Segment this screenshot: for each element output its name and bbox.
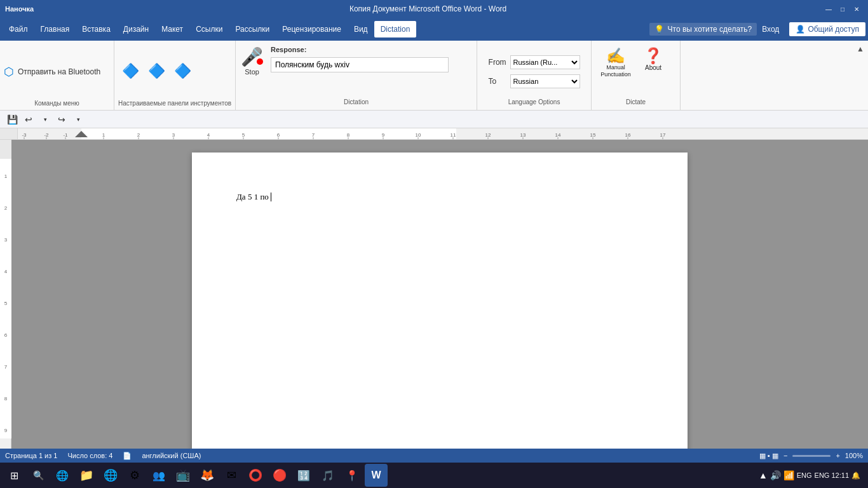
svg-text:9: 9 — [382, 132, 385, 138]
ruler-vertical-svg: 1 2 3 4 5 6 7 8 9 — [0, 140, 11, 449]
settings-button[interactable]: ⚙ — [123, 464, 146, 487]
cortana-button[interactable]: 🌐 — [51, 464, 74, 487]
language-info: английский (США) — [142, 452, 201, 459]
svg-text:6: 6 — [4, 332, 8, 338]
ribbon-group-dictation: 🎤 Stop Response: Dictation — [236, 41, 477, 110]
svg-text:-3: -3 — [22, 132, 27, 138]
document-area[interactable]: Да 5 1 по — [11, 140, 868, 449]
about-button[interactable]: ❓ About — [637, 46, 669, 73]
search-placeholder: Что вы хотите сделать? — [668, 25, 752, 34]
menu-references[interactable]: Ссылки — [189, 21, 229, 37]
edge-button[interactable]: 🌐 — [99, 464, 122, 487]
qa-dropdown[interactable]: ▾ — [71, 112, 85, 126]
system-tray: ▲ 🔊 📶 ENG ENG 12:11 🔔 — [754, 470, 865, 480]
menu-mailings[interactable]: Рассылки — [229, 21, 276, 37]
svg-text:7: 7 — [4, 364, 8, 370]
svg-text:14: 14 — [555, 132, 561, 138]
undo-button[interactable]: ↩ — [22, 112, 36, 126]
start-button[interactable]: ⊞ — [3, 464, 25, 487]
manual-punctuation-label: ManualPunctuation — [600, 64, 631, 78]
svg-text:3: 3 — [4, 237, 8, 243]
document-text: Да 5 1 по — [236, 192, 271, 201]
document-content[interactable]: Да 5 1 по — [236, 191, 643, 203]
manual-punctuation-button[interactable]: ✍️ ManualPunctuation — [597, 46, 635, 80]
toolbar-btn-2[interactable]: 🔷 — [144, 62, 169, 81]
word-count: Число слов: 4 — [67, 452, 112, 459]
share-icon: 👤 — [796, 25, 805, 34]
svg-text:5: 5 — [242, 132, 245, 138]
svg-text:6: 6 — [277, 132, 280, 138]
response-input[interactable] — [271, 57, 449, 72]
share-button[interactable]: 👤 Общий доступ — [789, 22, 865, 36]
svg-text:2: 2 — [137, 132, 140, 138]
calc-button[interactable]: 🔢 — [292, 464, 315, 487]
toolbar-btn-1[interactable]: 🔷 — [118, 62, 143, 81]
save-button[interactable]: 💾 — [5, 112, 19, 126]
ruler-vertical: 1 2 3 4 5 6 7 8 9 — [0, 140, 11, 449]
ribbon-collapse-button[interactable]: ▲ — [857, 44, 864, 53]
yandex-button[interactable]: 🔴 — [268, 464, 291, 487]
window-title: Копия Документ Microsoft Office Word - W… — [34, 4, 822, 13]
quick-access-toolbar: 💾 ↩ ▾ ↪ ▾ — [0, 111, 868, 128]
tray-notification[interactable]: 🔔 — [851, 471, 860, 480]
close-button[interactable]: ✕ — [850, 3, 863, 15]
bluetooth-label[interactable]: Отправить на Bluetooth — [18, 67, 100, 76]
stop-label[interactable]: Stop — [245, 68, 259, 76]
ribbon-group-top-commands: ⬡ Отправить на Bluetooth — [4, 42, 110, 98]
word-button[interactable]: W — [365, 464, 388, 487]
zoom-plus[interactable]: + — [836, 452, 839, 459]
stop-indicator — [257, 58, 263, 65]
mail-button[interactable]: ✉ — [220, 464, 243, 487]
tv-button[interactable]: 📺 — [172, 464, 194, 487]
sign-in-button[interactable]: Вход — [757, 22, 784, 36]
ribbon-dictation-top: 🎤 Stop Response: — [241, 43, 471, 97]
svg-text:9: 9 — [4, 428, 8, 433]
tray-time: ENG 12:11 — [815, 471, 849, 479]
svg-text:7: 7 — [312, 132, 315, 138]
svg-text:10: 10 — [416, 132, 421, 138]
ribbon: ⬡ Отправить на Bluetooth Команды меню 🔷 … — [0, 41, 868, 111]
undo-dropdown[interactable]: ▾ — [38, 112, 52, 126]
redo-button[interactable]: ↪ — [55, 112, 69, 126]
svg-text:2: 2 — [4, 205, 8, 211]
toolbar-btn-3[interactable]: 🔷 — [170, 62, 195, 81]
search-box[interactable]: 💡 Что вы хотите сделать? — [649, 23, 757, 36]
firefox-button[interactable]: 🦊 — [196, 464, 219, 487]
to-select[interactable]: Russian English — [510, 74, 580, 88]
document-page[interactable]: Да 5 1 по — [192, 152, 688, 449]
bluetooth-icon: ⬡ — [4, 65, 14, 79]
to-label: To — [489, 77, 506, 86]
menu-home[interactable]: Главная — [34, 21, 76, 37]
media-button[interactable]: 🎵 — [316, 464, 339, 487]
taskbar: ⊞ 🔍 🌐 📁 🌐 ⚙ 👥 📺 🦊 ✉ ⭕ 🔴 🔢 🎵 📍 W ▲ 🔊 📶 EN… — [0, 463, 868, 488]
menu-view[interactable]: Вид — [348, 21, 374, 37]
zoom-minus[interactable]: − — [783, 452, 787, 459]
menu-file[interactable]: Файл — [3, 21, 34, 37]
title-bar: Наночка Копия Документ Microsoft Office … — [0, 0, 868, 18]
menu-insert[interactable]: Вставка — [76, 21, 117, 37]
menu-design[interactable]: Дизайн — [117, 21, 155, 37]
toolbar-icon-1: 🔷 — [122, 64, 139, 79]
page-info: Страница 1 из 1 — [5, 452, 57, 459]
people-button[interactable]: 👥 — [147, 464, 170, 487]
maps-button[interactable]: 📍 — [341, 464, 363, 487]
status-right-area: ▦ ▪ ▦ − + 100% — [759, 452, 863, 460]
about-icon: ❓ — [644, 48, 663, 64]
svg-text:1: 1 — [102, 132, 105, 138]
menu-dictation[interactable]: Dictation — [374, 21, 417, 37]
file-explorer-button[interactable]: 📁 — [75, 464, 98, 487]
minimize-button[interactable]: — — [822, 3, 835, 15]
maximize-button[interactable]: □ — [836, 3, 849, 15]
search-button[interactable]: 🔍 — [27, 464, 50, 487]
mic-container: 🎤 — [241, 48, 263, 66]
menu-review[interactable]: Рецензирование — [276, 21, 348, 37]
menu-layout[interactable]: Макет — [155, 21, 189, 37]
zoom-slider[interactable] — [792, 455, 831, 457]
svg-text:3: 3 — [172, 132, 175, 138]
to-row: To Russian English — [489, 74, 580, 88]
svg-text:15: 15 — [590, 132, 596, 138]
svg-text:8: 8 — [347, 132, 350, 138]
opera-button[interactable]: ⭕ — [244, 464, 267, 487]
text-cursor — [271, 193, 271, 201]
from-select[interactable]: Russian (Ru... English (US) — [510, 55, 580, 69]
